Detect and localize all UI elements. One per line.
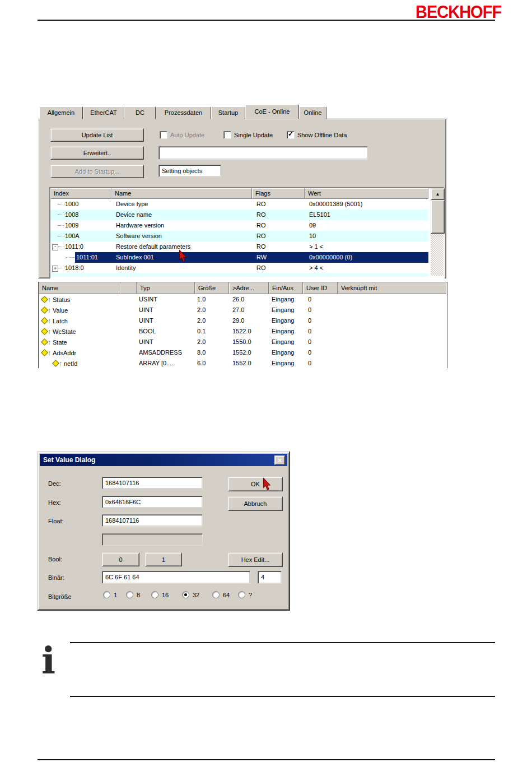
cell-adre: 26.0 <box>232 294 267 305</box>
bitsize-radio-16[interactable]: 16 <box>151 591 169 598</box>
erweitert-button[interactable]: Erweitert.. <box>50 146 144 160</box>
list-item[interactable]: ↑netIdARRAY [0.....6.01552.0Eingang0 <box>39 358 446 368</box>
cell-groesse: 2.0 <box>197 305 227 315</box>
gem-shape <box>41 296 48 303</box>
mouse-cursor-icon <box>178 250 188 263</box>
list-item[interactable]: ↑ValueUINT2.027.0Eingang0 <box>39 305 446 315</box>
column-header-wert[interactable]: Wert <box>305 188 428 199</box>
add-to-startup-button[interactable]: Add to Startup... <box>50 165 144 178</box>
checkbox-label: Show Offline Data <box>297 132 347 138</box>
single-update-checkbox[interactable]: Single Update <box>223 131 273 139</box>
variable-icon: ↑ <box>41 317 51 325</box>
column-header-index[interactable]: Index <box>50 188 111 199</box>
table-row[interactable]: 1008Device nameROEL5101 <box>50 210 428 220</box>
binar-input[interactable]: 6C 6F 61 64 <box>102 571 250 584</box>
cell-adre: 1552.0 <box>232 358 267 368</box>
advanced-value-field[interactable] <box>158 146 368 160</box>
cell-typ: ARRAY [0..... <box>139 358 194 368</box>
vertical-scrollbar[interactable]: ▲ <box>431 188 444 276</box>
var-column-blank[interactable] <box>120 282 137 294</box>
column-header-name[interactable]: Name <box>111 188 252 199</box>
radio-circle <box>182 591 189 598</box>
hex-input[interactable]: 0x64616F6C <box>102 496 203 508</box>
footer-rule <box>38 759 495 760</box>
close-icon[interactable]: ✕ <box>274 455 285 465</box>
table-row[interactable]: +1018:0IdentityRO> 4 < <box>50 263 428 273</box>
hex-edit-button[interactable]: Hex Edit... <box>228 552 283 567</box>
radio-label: 64 <box>223 592 230 598</box>
tab-coe-online[interactable]: CoE - Online <box>245 104 299 119</box>
clipped-row <box>50 273 428 277</box>
dec-input[interactable]: 1684107116 <box>102 477 203 489</box>
table-row[interactable]: -1011:0Restore default parametersRO> 1 < <box>50 241 428 252</box>
scrollbar-thumb[interactable] <box>431 200 445 234</box>
radio-label: 1 <box>114 592 117 598</box>
cell-name: ↑State <box>41 337 135 347</box>
bool-label: Bool: <box>48 555 62 563</box>
float-input[interactable]: 1684107116 <box>102 514 203 527</box>
cancel-button[interactable]: Abbruch <box>228 496 283 511</box>
bitsize-radio-32[interactable]: 32 <box>182 591 199 598</box>
bool-1-button[interactable]: 1 <box>145 552 182 566</box>
dialog-title-bar[interactable]: Set Value Dialog ✕ <box>40 454 287 466</box>
variable-name: Value <box>53 305 68 315</box>
cell-typ: UINT <box>139 315 194 326</box>
column-header-flags[interactable]: Flags <box>252 188 305 199</box>
up-arrow-icon: ↑ <box>48 350 51 356</box>
set-value-dialog: Set Value Dialog ✕ Dec: Hex: Float: Bool… <box>37 451 290 611</box>
cell-index: 1011:01 <box>50 252 111 263</box>
var-column-adresse[interactable]: >Adre... <box>229 282 269 294</box>
variable-icon: ↑ <box>41 296 51 304</box>
up-arrow-icon: ↑ <box>59 360 62 367</box>
var-column-userid[interactable]: User ID <box>303 282 338 294</box>
cell-adre: 1552.0 <box>232 347 267 358</box>
cell-flags: RO <box>252 220 305 231</box>
bitsize-radio-1[interactable]: 1 <box>103 591 117 598</box>
cell-name: ↑Value <box>41 305 135 315</box>
radio-dot <box>184 593 187 596</box>
variable-icon: ↑ <box>52 360 62 368</box>
list-item[interactable]: ↑WcStateBOOL0.11522.0Eingang0 <box>39 326 446 337</box>
variable-icon: ↑ <box>41 306 51 314</box>
checkbox-box: ✓ <box>287 131 295 139</box>
list-item[interactable]: ↑StateUINT2.01550.0Eingang0 <box>39 337 446 347</box>
list-item[interactable]: ↑AdsAddrAMSADDRESS8.01552.0Eingang0 <box>39 347 446 358</box>
cell-userid: 0 <box>308 326 333 337</box>
radio-circle <box>238 591 245 598</box>
table-row[interactable]: 1000Device typeRO0x00001389 (5001) <box>50 199 428 210</box>
cell-groesse: 2.0 <box>197 315 227 326</box>
bitsize-radio-8[interactable]: 8 <box>126 591 140 598</box>
cell-index: 1011:0 <box>50 241 111 252</box>
scrollbar-up-button[interactable]: ▲ <box>431 188 445 200</box>
bitsize-label: Bitgröße <box>48 593 72 601</box>
show-offline-data-checkbox[interactable]: ✓Show Offline Data <box>287 131 347 139</box>
cell-einaus: Eingang <box>272 358 302 368</box>
cell-name: Device name <box>111 210 252 220</box>
table-row[interactable]: 100ASoftware versionRO10 <box>50 231 428 241</box>
var-column-verknuepft[interactable]: Verknüpft mit <box>338 282 446 294</box>
auto-update-checkbox[interactable]: Auto Update <box>160 131 204 139</box>
bitsize-radio-64[interactable]: 64 <box>212 591 230 598</box>
cell-userid: 0 <box>308 337 333 347</box>
variable-name: Latch <box>53 316 68 326</box>
cell-flags: RW <box>252 252 305 263</box>
list-item[interactable]: ↑LatchUINT2.029.0Eingang0 <box>39 315 446 326</box>
bitsize-radio-blank[interactable]: ? <box>238 591 252 598</box>
ok-button[interactable]: OK <box>228 477 283 491</box>
var-column-einaus[interactable]: Ein/Aus <box>269 282 303 294</box>
bool-0-button[interactable]: 0 <box>102 552 139 566</box>
cell-name: ↑WcState <box>41 326 135 337</box>
cell-name: ↑netId <box>52 358 146 368</box>
info-icon: i <box>41 642 55 679</box>
table-row[interactable]: 1011:01SubIndex 001RW0x00000000 (0) <box>50 252 428 263</box>
gem-shape <box>52 360 59 367</box>
extra-input[interactable] <box>102 533 203 546</box>
var-column-typ[interactable]: Typ <box>137 282 195 294</box>
var-column-name[interactable]: Name <box>39 282 120 294</box>
variable-icon: ↑ <box>41 328 51 336</box>
var-column-groesse[interactable]: Größe <box>195 282 229 294</box>
variable-name: State <box>53 337 67 347</box>
table-row[interactable]: 1009Hardware versionRO09 <box>50 220 428 231</box>
list-item[interactable]: ↑StatusUSINT1.026.0Eingang0 <box>39 294 446 305</box>
up-arrow-icon: ↑ <box>48 339 51 346</box>
